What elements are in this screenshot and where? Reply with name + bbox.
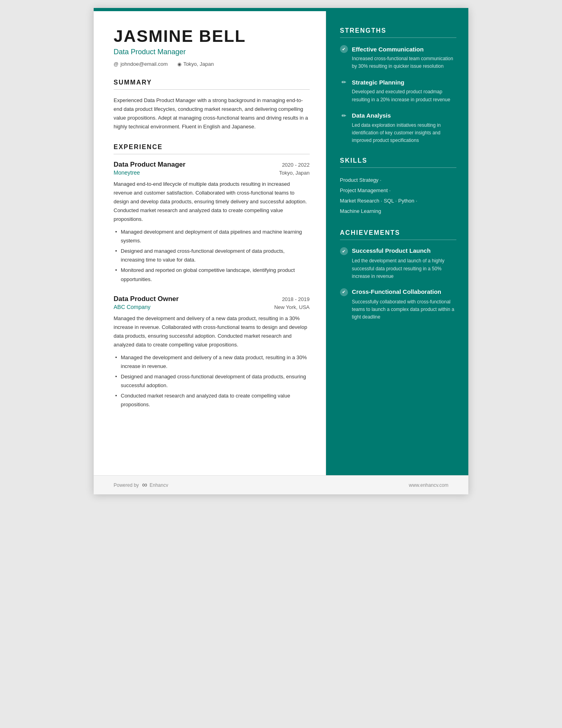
powered-by-label: Powered by (114, 482, 139, 488)
job-2-bullet-3: Conducted market research and analyzed d… (114, 392, 310, 409)
job-1-sub: Moneytree Tokyo, Japan (114, 169, 310, 176)
job-1: Data Product Manager 2020 - 2022 Moneytr… (114, 161, 310, 284)
job-1-header: Data Product Manager 2020 - 2022 (114, 161, 310, 169)
job-1-title: Data Product Manager (114, 161, 185, 169)
job-2-desc: Managed the development and delivery of … (114, 314, 310, 349)
resume-page: JASMINE BELL Data Product Manager @ john… (94, 8, 468, 494)
achievement-1-title-row: ✔ Successful Product Launch (340, 247, 456, 255)
achievements-divider (340, 240, 456, 240)
location-text: Tokyo, Japan (183, 61, 214, 67)
summary-section: SUMMARY Experienced Data Product Manager… (114, 79, 310, 131)
strength-3-title-row: ✏ Data Analysis (340, 112, 456, 120)
job-1-location: Tokyo, Japan (279, 170, 310, 176)
candidate-name: JASMINE BELL (114, 27, 310, 45)
achievement-2-desc: Successfully collaborated with cross-fun… (340, 298, 456, 321)
achievements-section: ACHIEVEMENTS ✔ Successful Product Launch… (340, 229, 456, 321)
skill-5: Python (398, 198, 414, 204)
job-1-bullet-3: Monitored and reported on global competi… (114, 266, 310, 283)
job-2-bullet-2: Designed and managed cross-functional de… (114, 372, 310, 390)
job-2-title: Data Product Owner (114, 295, 179, 303)
summary-text: Experienced Data Product Manager with a … (114, 96, 310, 131)
strength-2: ✏ Strategic Planning Developed and execu… (340, 78, 456, 103)
strengths-title: STRENGTHS (340, 27, 456, 34)
job-2-dates: 2018 - 2019 (282, 296, 309, 302)
job-1-bullet-1: Managed development and deployment of da… (114, 228, 310, 245)
experience-section: EXPERIENCE Data Product Manager 2020 - 2… (114, 144, 310, 409)
email-contact: @ johndoe@email.com (114, 61, 168, 67)
job-2-company: ABC Company (114, 304, 151, 310)
skills-list: Product Strategy · Project Management · … (340, 175, 456, 216)
strengths-section: STRENGTHS ✔ Effective Communication Incr… (340, 27, 456, 144)
job-1-desc: Managed end-to-end lifecycle of multiple… (114, 180, 310, 224)
right-column: STRENGTHS ✔ Effective Communication Incr… (326, 11, 468, 475)
job-1-bullet-2: Designed and managed cross-functional de… (114, 247, 310, 264)
strength-2-title-row: ✏ Strategic Planning (340, 78, 456, 86)
strength-1-title-row: ✔ Effective Communication (340, 45, 456, 53)
summary-divider (114, 89, 310, 90)
pencil-icon-3: ✏ (340, 112, 348, 120)
skills-divider (340, 167, 456, 168)
logo-icon: ∞ (142, 481, 147, 489)
strength-1: ✔ Effective Communication Increased cros… (340, 45, 456, 70)
strength-1-name: Effective Communication (352, 46, 424, 53)
skill-4: SQL (384, 198, 394, 204)
footer-left: Powered by ∞ Enhancv (114, 481, 168, 489)
strength-2-desc: Developed and executed product roadmap r… (340, 88, 456, 103)
footer: Powered by ∞ Enhancv www.enhancv.com (94, 475, 468, 494)
achievement-2: ✔ Cross-Functional Collaboration Success… (340, 288, 456, 321)
job-2-header: Data Product Owner 2018 - 2019 (114, 295, 310, 303)
skill-2: Project Management (340, 187, 388, 193)
strengths-divider (340, 37, 456, 38)
check-icon-1: ✔ (340, 45, 348, 53)
strength-2-name: Strategic Planning (352, 79, 405, 86)
check-icon-achievement-2: ✔ (340, 288, 348, 296)
top-accent-bar (94, 8, 468, 11)
experience-title: EXPERIENCE (114, 144, 310, 151)
skill-1: Product Strategy (340, 177, 379, 183)
skill-6: Machine Learning (340, 208, 381, 214)
strength-3-name: Data Analysis (352, 112, 391, 119)
achievement-1-desc: Led the development and launch of a high… (340, 257, 456, 280)
job-2: Data Product Owner 2018 - 2019 ABC Compa… (114, 295, 310, 409)
strength-3: ✏ Data Analysis Led data exploration ini… (340, 112, 456, 145)
job-2-location: New York, USA (274, 304, 310, 310)
job-1-bullets: Managed development and deployment of da… (114, 228, 310, 284)
skills-title: SKILLS (340, 157, 456, 164)
achievement-2-title-row: ✔ Cross-Functional Collaboration (340, 288, 456, 296)
job-2-sub: ABC Company New York, USA (114, 304, 310, 310)
experience-divider (114, 154, 310, 154)
job-1-dates: 2020 - 2022 (282, 162, 309, 168)
achievements-title: ACHIEVEMENTS (340, 229, 456, 236)
skill-3: Market Research (340, 198, 379, 204)
email-text: johndoe@email.com (120, 61, 168, 67)
left-column: JASMINE BELL Data Product Manager @ john… (94, 11, 326, 475)
job-1-company: Moneytree (114, 169, 140, 176)
skills-section: SKILLS Product Strategy · Project Manage… (340, 157, 456, 216)
content-wrapper: JASMINE BELL Data Product Manager @ john… (94, 11, 468, 475)
pencil-icon-2: ✏ (340, 78, 348, 86)
strength-3-desc: Led data exploration initiatives resulti… (340, 122, 456, 145)
location-contact: ◉ Tokyo, Japan (177, 61, 214, 67)
contact-row: @ johndoe@email.com ◉ Tokyo, Japan (114, 61, 310, 67)
footer-url: www.enhancv.com (409, 482, 448, 488)
achievement-1-name: Successful Product Launch (352, 247, 431, 254)
achievement-2-name: Cross-Functional Collaboration (352, 288, 441, 295)
location-icon: ◉ (177, 61, 181, 67)
email-icon: @ (114, 61, 118, 67)
check-icon-achievement-1: ✔ (340, 247, 348, 255)
enhancv-logo: ∞ Enhancv (142, 481, 168, 489)
achievement-1: ✔ Successful Product Launch Led the deve… (340, 247, 456, 280)
summary-title: SUMMARY (114, 79, 310, 86)
candidate-title: Data Product Manager (114, 48, 310, 56)
strength-1-desc: Increased cross-functional team communic… (340, 55, 456, 70)
job-2-bullets: Managed the development and delivery of … (114, 353, 310, 409)
job-2-bullet-1: Managed the development and delivery of … (114, 353, 310, 371)
brand-name: Enhancv (149, 482, 168, 488)
